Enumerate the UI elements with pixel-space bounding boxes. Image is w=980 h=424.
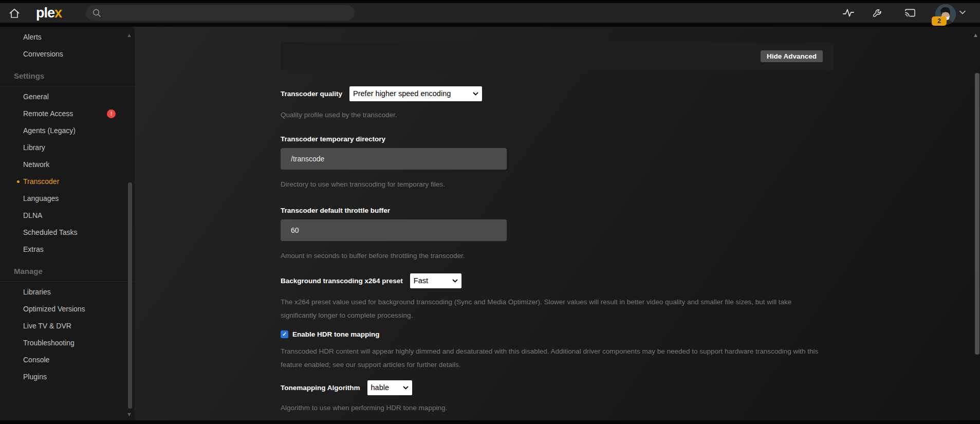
sidebar-item-label: Optimized Versions: [23, 305, 85, 313]
sidebar-item-console[interactable]: Console: [0, 352, 135, 368]
sidebar-item-label: Libraries: [23, 288, 51, 296]
home-icon: [8, 7, 21, 20]
selected-value: Prefer higher speed encoding: [353, 89, 451, 98]
selected-value: hable: [371, 383, 389, 392]
temp-directory-label: Transcoder temporary directory: [281, 135, 834, 143]
sidebar-item-extras[interactable]: Extras: [0, 241, 135, 258]
divider: [0, 281, 135, 282]
x264-preset-help: The x264 preset value used for backgroun…: [281, 296, 824, 322]
sidebar-scroll-down-arrow[interactable]: ▼: [126, 411, 132, 417]
chevron-down-icon: [403, 386, 409, 390]
active-bullet: [17, 180, 20, 183]
sidebar-item-label: Network: [23, 160, 49, 169]
sidebar-section-manage: Manage: [0, 263, 135, 280]
main-scrollbar-thumb[interactable]: [975, 73, 979, 355]
sidebar-item-optimized-versions[interactable]: Optimized Versions: [0, 301, 135, 318]
wrench-icon: [872, 7, 884, 19]
sidebar-item-library[interactable]: Library: [0, 139, 135, 156]
temp-directory-help: Directory to use when transcoding for te…: [281, 178, 824, 191]
sidebar-item-label: Languages: [23, 194, 59, 202]
sidebar-item-label: Scheduled Tasks: [23, 228, 78, 236]
tonemapping-algorithm-select[interactable]: hable: [367, 380, 412, 395]
sidebar-item-plugins[interactable]: Plugins: [0, 368, 135, 385]
advanced-toggle-band: Hide Advanced: [281, 42, 834, 70]
x264-preset-row: Background transcoding x264 preset Fast: [281, 273, 834, 288]
sidebar-item-libraries[interactable]: Libraries: [0, 284, 135, 301]
selected-value: Fast: [414, 276, 428, 285]
activity-pulse-icon: [842, 7, 855, 19]
sidebar-item-label: Extras: [23, 245, 44, 253]
sidebar-item-troubleshooting[interactable]: Troubleshooting: [0, 335, 135, 352]
transcoder-quality-help: Quality profile used by the transcoder.: [281, 108, 824, 122]
cast-icon: [903, 7, 917, 19]
sidebar-item-label: Library: [23, 143, 45, 152]
sidebar-item-label: Console: [23, 356, 49, 364]
tonemapping-algorithm-label: Tonemapping Algorithm: [281, 384, 360, 392]
hdr-tone-mapping-row: ✓ Enable HDR tone mapping: [281, 329, 834, 339]
settings-sidebar: Alerts Conversions Settings General Remo…: [0, 27, 135, 420]
throttle-buffer-help: Amount in seconds to buffer before throt…: [281, 249, 824, 263]
notification-badge: 2: [932, 16, 947, 26]
app-area: Alerts Conversions Settings General Remo…: [0, 27, 980, 420]
sidebar-item-label: Alerts: [23, 33, 42, 41]
x264-preset-select[interactable]: Fast: [410, 273, 461, 288]
sidebar-item-label: Live TV & DVR: [23, 322, 71, 330]
sidebar-item-conversions[interactable]: Conversions: [0, 46, 135, 63]
transcoder-quality-row: Transcoder quality Prefer higher speed e…: [281, 86, 834, 101]
sidebar-item-label: Troubleshooting: [23, 339, 75, 347]
sidebar-item-alerts[interactable]: Alerts: [0, 29, 135, 46]
chevron-down-icon: [452, 279, 458, 283]
hide-advanced-button[interactable]: Hide Advanced: [761, 50, 823, 62]
search-bar[interactable]: [86, 5, 355, 21]
search-icon: [92, 8, 101, 17]
transcoder-settings-panel: Hide Advanced Transcoder quality Prefer …: [281, 42, 834, 424]
sidebar-item-label: Remote Access: [23, 109, 73, 118]
tonemapping-algorithm-help: Algorithm to use when performing HDR ton…: [281, 401, 824, 415]
sidebar-item-agents-legacy[interactable]: Agents (Legacy): [0, 122, 135, 139]
chevron-down-icon[interactable]: [959, 10, 967, 16]
plex-logo[interactable]: plex: [36, 3, 62, 23]
sidebar-item-label: Transcoder: [23, 177, 59, 186]
throttle-buffer-label: Transcoder default throttle buffer: [281, 207, 834, 214]
warning-badge: !: [107, 109, 116, 118]
top-bar: plex: [0, 3, 980, 23]
sidebar-item-label: Conversions: [23, 50, 63, 58]
sidebar-item-label: Plugins: [23, 373, 47, 381]
plex-logo-white: ple: [36, 5, 54, 21]
sidebar-item-remote-access[interactable]: Remote Access !: [0, 105, 135, 122]
transcoder-quality-select[interactable]: Prefer higher speed encoding: [349, 86, 482, 101]
chevron-down-icon: [473, 92, 478, 96]
sidebar-scroll-up-arrow[interactable]: ▲: [126, 32, 132, 38]
temp-directory-input[interactable]: [281, 148, 507, 170]
activity-button[interactable]: [842, 6, 855, 20]
sidebar-item-network[interactable]: Network: [0, 156, 135, 173]
sidebar-item-dlna[interactable]: DLNA: [0, 207, 135, 224]
sidebar-item-general[interactable]: General: [0, 88, 135, 105]
hdr-tone-mapping-help: Transcoded HDR content will appear highl…: [281, 345, 824, 372]
plex-logo-x: x: [54, 5, 62, 21]
search-input[interactable]: [105, 9, 342, 17]
transcoder-quality-label: Transcoder quality: [281, 90, 342, 98]
sidebar-scrollbar-thumb[interactable]: [128, 182, 132, 409]
sidebar-item-label: General: [23, 93, 49, 101]
sidebar-item-languages[interactable]: Languages: [0, 190, 135, 207]
hdr-tone-mapping-checkbox[interactable]: ✓: [281, 330, 288, 338]
main-scroll-up-arrow[interactable]: ▲: [973, 32, 978, 38]
sidebar-item-live-tv-dvr[interactable]: Live TV & DVR: [0, 318, 135, 335]
sidebar-item-transcoder[interactable]: Transcoder: [0, 173, 135, 190]
sidebar-item-label: DLNA: [23, 211, 42, 219]
tonemapping-algorithm-row: Tonemapping Algorithm hable: [281, 380, 834, 395]
sidebar-item-label: Agents (Legacy): [23, 126, 76, 135]
x264-preset-label: Background transcoding x264 preset: [281, 277, 403, 285]
sidebar-section-settings: Settings: [0, 67, 135, 84]
settings-button[interactable]: [871, 6, 884, 20]
cast-button[interactable]: [903, 6, 917, 20]
hdr-tone-mapping-label: Enable HDR tone mapping: [292, 330, 380, 338]
throttle-buffer-input[interactable]: [281, 219, 507, 241]
user-menu[interactable]: 2: [935, 4, 956, 25]
home-button[interactable]: [7, 7, 22, 20]
sidebar-item-scheduled-tasks[interactable]: Scheduled Tasks: [0, 224, 135, 241]
divider: [0, 86, 135, 86]
